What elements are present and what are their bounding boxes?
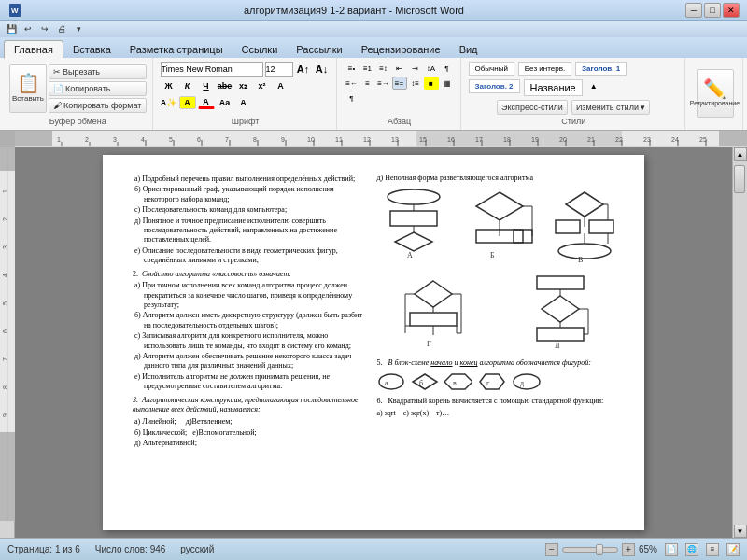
style-h1[interactable]: Заголов. 1 <box>575 62 627 76</box>
svg-text:2: 2 <box>85 136 89 143</box>
tab-page-layout[interactable]: Разметка страницы <box>120 41 233 58</box>
underline-button[interactable]: Ч <box>198 79 215 92</box>
style-normal[interactable]: Обычный <box>469 62 514 76</box>
redo-quick-button[interactable]: ↪ <box>37 22 52 35</box>
multilevel-list-button[interactable]: ≡↕ <box>376 62 391 75</box>
view-print-button[interactable]: 📄 <box>665 543 678 556</box>
zoom-slider[interactable] <box>562 547 618 553</box>
shrink-font-button[interactable]: A↓ <box>314 63 331 76</box>
editing-button[interactable]: ✏️ Редактирование <box>697 69 734 118</box>
svg-text:Г: Г <box>427 340 431 348</box>
clipboard-group: 📋 Вставить ✂ Вырезать 📄 Копировать 🖌 Коп… <box>4 58 153 130</box>
svg-text:6: 6 <box>2 329 8 333</box>
flowchart-b-svg: Б <box>462 188 537 262</box>
numbered-list-button[interactable]: ≡1 <box>360 62 375 75</box>
format-painter-button[interactable]: 🖌 Копировать формат <box>49 98 147 113</box>
decrease-indent-button[interactable]: ⇤ <box>392 62 407 75</box>
scroll-thumb[interactable] <box>734 165 745 193</box>
view-web-button[interactable]: 🌐 <box>685 543 698 556</box>
italic-button[interactable]: К <box>179 79 196 92</box>
shape-d-svg: д <box>512 372 542 391</box>
bullet-list-button[interactable]: ≡• <box>345 62 359 75</box>
svg-marker-72 <box>395 232 432 251</box>
change-styles-label: Изменить стили ▾ <box>576 103 646 112</box>
zoom-handle[interactable] <box>596 544 603 555</box>
chart-b: Б <box>462 188 537 266</box>
flowchart-v-svg: В <box>552 188 617 262</box>
tab-view[interactable]: Вид <box>450 41 487 58</box>
tab-review[interactable]: Рецензирование <box>352 41 450 58</box>
print-quick-button[interactable]: 🖨 <box>54 22 69 35</box>
justify-button[interactable]: ≡= <box>392 77 407 90</box>
view-outline-button[interactable]: ≡ <box>706 543 719 556</box>
maximize-button[interactable]: □ <box>704 3 721 18</box>
minimize-button[interactable]: ─ <box>685 3 702 18</box>
styles-up-button[interactable]: ▲ <box>586 79 601 92</box>
tab-mailings[interactable]: Рассылки <box>287 41 351 58</box>
scroll-down-button[interactable]: ▼ <box>734 525 747 538</box>
ruler-right-margin <box>719 131 747 146</box>
font-name-input[interactable] <box>161 62 263 77</box>
q2-a: а) При точном исполнении всех команд алг… <box>133 281 368 310</box>
svg-point-70 <box>388 189 440 204</box>
font-size-large[interactable]: Аа <box>217 96 233 109</box>
zoom-in-button[interactable]: + <box>622 543 635 556</box>
editing-label: Редактирование <box>690 100 740 106</box>
para-extra-row: ¶ <box>345 91 359 105</box>
quick-access-arrow[interactable]: ▾ <box>71 22 86 35</box>
borders-button[interactable]: ▦ <box>440 77 455 90</box>
tab-home[interactable]: Главная <box>4 40 63 59</box>
svg-marker-122 <box>480 374 504 389</box>
font-size-input[interactable] <box>265 62 293 77</box>
para-extra-1[interactable]: ¶ <box>345 91 359 105</box>
tab-references[interactable]: Ссылки <box>233 41 288 58</box>
zoom-out-button[interactable]: − <box>545 543 558 556</box>
document-page[interactable]: а) Подробный перечень правил выполнения … <box>103 155 644 530</box>
style-no-spacing[interactable]: Без интерв. <box>518 62 571 76</box>
paste-button[interactable]: 📋 Вставить <box>9 64 47 113</box>
bold-button[interactable]: Ж <box>161 79 177 92</box>
express-styles-button[interactable]: Экспресс-стили <box>497 100 568 115</box>
svg-rect-109 <box>537 328 584 341</box>
svg-text:Д: Д <box>555 342 560 348</box>
scroll-track[interactable] <box>733 161 747 525</box>
sort-button[interactable]: ↕A <box>424 62 439 75</box>
close-button[interactable]: ✕ <box>723 3 740 18</box>
increase-indent-button[interactable]: ⇥ <box>408 62 423 75</box>
font-aa2[interactable]: А <box>235 96 252 109</box>
express-styles-label: Экспресс-стили <box>501 103 563 112</box>
grow-font-button[interactable]: A↑ <box>295 63 312 76</box>
quick-access-toolbar: 💾 ↩ ↪ 🖨 ▾ <box>0 21 747 37</box>
item-d: д) Понятное и точное предписание исполни… <box>133 217 368 245</box>
scroll-up-button[interactable]: ▲ <box>734 147 747 161</box>
text-highlight-button[interactable]: A <box>179 96 196 109</box>
strikethrough-button[interactable]: abe <box>217 79 233 92</box>
svg-rect-86 <box>589 220 613 233</box>
copy-button[interactable]: 📄 Копировать <box>49 81 147 96</box>
view-draft-button[interactable]: 📝 <box>726 543 740 556</box>
font-color-button[interactable]: A <box>198 96 215 109</box>
change-styles-button[interactable]: Изменить стили ▾ <box>571 100 651 115</box>
align-center-button[interactable]: ≡ <box>360 77 375 90</box>
line-spacing-button[interactable]: ↕≡ <box>408 77 423 90</box>
save-quick-button[interactable]: 💾 <box>4 22 19 35</box>
ruler-ticks: 1 2 3 4 5 6 7 8 9 10 11 <box>52 131 719 146</box>
right-column: д) Неполная форма разветвляющегося алгор… <box>377 174 622 449</box>
align-right-button[interactable]: ≡→ <box>376 77 391 90</box>
shading-button[interactable]: ■ <box>424 77 439 90</box>
undo-quick-button[interactable]: ↩ <box>21 22 35 35</box>
styles-down-button[interactable]: ▼ <box>586 94 601 98</box>
text-effects-button[interactable]: A✨ <box>161 96 177 109</box>
tab-insert[interactable]: Вставка <box>63 41 120 58</box>
item-e: е) Описание последовательности в виде ге… <box>133 246 368 266</box>
subscript-button[interactable]: x₂ <box>235 79 252 92</box>
style-title[interactable]: Название <box>524 79 583 96</box>
superscript-button[interactable]: x² <box>254 79 271 92</box>
clear-format-button[interactable]: A <box>273 79 289 92</box>
shape-b-svg: б <box>411 372 439 391</box>
show-marks-button[interactable]: ¶ <box>440 62 455 75</box>
align-left-button[interactable]: ≡← <box>345 77 359 90</box>
cut-button[interactable]: ✂ Вырезать <box>49 64 147 79</box>
svg-text:3: 3 <box>113 136 117 143</box>
style-h2[interactable]: Заголов. 2 <box>469 79 520 93</box>
